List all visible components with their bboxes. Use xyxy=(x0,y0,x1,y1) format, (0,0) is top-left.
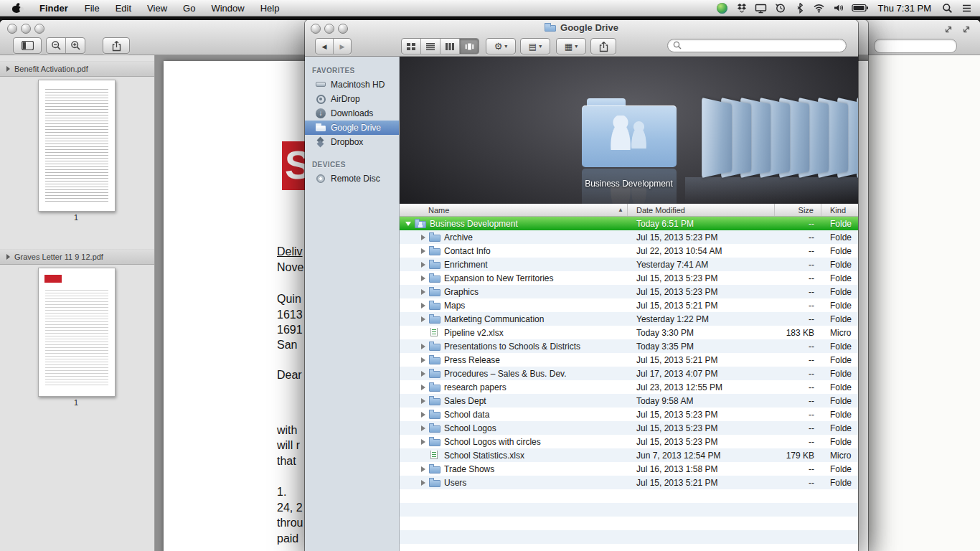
disclosure-triangle-icon[interactable] xyxy=(421,357,425,363)
finder-search-input[interactable] xyxy=(667,39,847,52)
column-view-button[interactable] xyxy=(440,39,460,54)
disclosure-triangle-icon[interactable] xyxy=(6,254,10,260)
disclosure-triangle-icon[interactable] xyxy=(405,222,411,226)
menu-item[interactable]: Go xyxy=(175,3,203,14)
forward-button[interactable]: ▶ xyxy=(334,39,351,54)
time-machine-icon[interactable] xyxy=(774,1,787,14)
volume-icon[interactable] xyxy=(832,1,845,14)
dropbox-icon[interactable] xyxy=(735,1,748,14)
sidebar-item[interactable]: Downloads xyxy=(305,106,399,121)
minimize-button[interactable] xyxy=(21,24,31,34)
coverflow-view-button[interactable] xyxy=(460,39,479,54)
column-header-size[interactable]: Size xyxy=(775,204,821,216)
column-header-name[interactable]: Name▲ xyxy=(400,204,628,216)
file-row[interactable]: Expansion to New Territories Jul 15, 201… xyxy=(400,271,858,285)
file-row[interactable]: Trade Shows Jul 16, 2013 1:58 PM -- Fold… xyxy=(400,462,858,476)
disclosure-triangle-icon[interactable] xyxy=(421,262,425,268)
coverflow-focused-folder-icon[interactable] xyxy=(582,98,677,167)
sidebar-item[interactable]: Google Drive xyxy=(305,121,399,135)
share-button[interactable] xyxy=(103,37,130,54)
disclosure-triangle-icon[interactable] xyxy=(421,276,425,281)
back-button[interactable]: ◀ xyxy=(316,39,334,54)
options-menu-button[interactable]: ▦▾ xyxy=(556,38,586,55)
disclosure-triangle-icon[interactable] xyxy=(421,248,425,254)
display-icon[interactable] xyxy=(755,1,768,14)
background-window-titlebar[interactable] xyxy=(858,20,980,55)
file-row[interactable]: Procedures – Sales & Bus. Dev. Jul 17, 2… xyxy=(400,367,858,380)
disclosure-triangle-icon[interactable] xyxy=(421,316,425,322)
zoom-button[interactable] xyxy=(338,24,348,34)
disclosure-triangle-icon[interactable] xyxy=(6,66,10,72)
file-row[interactable]: Enrichment Yesterday 7:41 AM -- Folde xyxy=(400,258,858,271)
wifi-icon[interactable] xyxy=(813,1,826,14)
disclosure-triangle-icon[interactable] xyxy=(421,480,425,486)
notification-center-icon[interactable] xyxy=(960,1,973,14)
menu-item[interactable]: File xyxy=(77,3,108,14)
file-row[interactable]: Marketing Communication Yesterday 1:22 P… xyxy=(400,312,858,326)
file-row[interactable]: Pipeline v2.xlsx Today 3:30 PM 183 KB Mi… xyxy=(400,326,858,339)
action-menu-button[interactable]: ⚙▾ xyxy=(486,38,516,55)
pdf-section-header[interactable]: Benefit Activation.pdf xyxy=(0,61,154,77)
page-thumbnail[interactable] xyxy=(38,80,116,212)
menu-bar-clock[interactable]: Thu 7:31 PM xyxy=(875,3,934,14)
spotlight-icon[interactable] xyxy=(941,1,953,14)
icon-view-button[interactable] xyxy=(402,39,421,54)
sidebar-item[interactable]: Remote Disc xyxy=(305,171,399,186)
disclosure-triangle-icon[interactable] xyxy=(421,412,425,418)
sidebar-toggle-button[interactable] xyxy=(13,37,42,54)
menu-item[interactable]: Window xyxy=(203,3,252,14)
sidebar-item[interactable]: Macintosh HD xyxy=(305,77,399,92)
zoom-out-button[interactable] xyxy=(47,38,66,53)
list-view-button[interactable] xyxy=(421,39,440,54)
disclosure-triangle-icon[interactable] xyxy=(421,371,425,377)
file-row[interactable]: research papers Jul 23, 2013 12:55 PM --… xyxy=(400,380,858,394)
disclosure-triangle-icon[interactable] xyxy=(421,455,425,456)
close-button[interactable] xyxy=(311,24,321,34)
file-row[interactable]: Business Development Today 6:51 PM -- Fo… xyxy=(400,217,858,230)
disclosure-triangle-icon[interactable] xyxy=(421,303,425,309)
disclosure-triangle-icon[interactable] xyxy=(421,425,425,431)
folder-proxy-icon[interactable] xyxy=(545,23,556,32)
sidebar-item[interactable]: Dropbox xyxy=(305,135,399,149)
sidebar-item[interactable]: AirDrop xyxy=(305,92,399,106)
file-row[interactable]: Maps Jul 15, 2013 5:21 PM -- Folde xyxy=(400,298,858,312)
disclosure-triangle-icon[interactable] xyxy=(421,385,425,390)
coverflow-stacked-folder[interactable] xyxy=(702,98,732,178)
file-row[interactable]: Sales Dept Today 9:58 AM -- Folde xyxy=(400,394,858,408)
pdf-section-header[interactable]: Graves Letter 11 9 12.pdf xyxy=(0,249,154,265)
share-button[interactable] xyxy=(590,38,616,55)
app-menu-finder[interactable]: Finder xyxy=(31,3,77,14)
file-row[interactable]: Graphics Jul 15, 2013 5:23 PM -- Folde xyxy=(400,285,858,298)
background-search-field[interactable] xyxy=(874,39,957,53)
file-row[interactable]: Users Jul 15, 2013 5:21 PM -- Folde xyxy=(400,476,858,489)
column-header-kind[interactable]: Kind xyxy=(821,204,858,216)
arrange-menu-button[interactable]: ▤▾ xyxy=(520,38,550,55)
file-row[interactable]: Press Release Jul 15, 2013 5:21 PM -- Fo… xyxy=(400,353,858,367)
apple-menu[interactable] xyxy=(0,3,31,14)
zoom-in-button[interactable] xyxy=(66,38,85,53)
file-row[interactable]: Presentations to Schools & Districts Tod… xyxy=(400,339,858,353)
disclosure-triangle-icon[interactable] xyxy=(421,398,425,404)
file-row[interactable]: School Logos with circles Jul 15, 2013 5… xyxy=(400,435,858,448)
expand-diagonal-icon[interactable] xyxy=(943,24,953,34)
column-header-date-modified[interactable]: Date Modified xyxy=(628,204,775,216)
disclosure-triangle-icon[interactable] xyxy=(421,344,425,349)
finder-titlebar[interactable]: Google Drive ◀ ▶ xyxy=(305,20,858,57)
close-button[interactable] xyxy=(7,24,17,34)
disclosure-triangle-icon[interactable] xyxy=(421,235,425,240)
disclosure-triangle-icon[interactable] xyxy=(421,332,425,333)
file-row[interactable]: School Statistics.xlsx Jun 7, 2013 12:54… xyxy=(400,448,858,462)
menu-item[interactable]: Edit xyxy=(108,3,139,14)
page-thumbnail[interactable] xyxy=(38,268,116,397)
bluetooth-icon[interactable] xyxy=(793,1,806,14)
file-row[interactable]: Archive Jul 15, 2013 5:23 PM -- Folde xyxy=(400,230,858,244)
disclosure-triangle-icon[interactable] xyxy=(421,466,425,472)
disclosure-triangle-icon[interactable] xyxy=(421,289,425,295)
menu-item[interactable]: Help xyxy=(253,3,288,14)
zoom-button[interactable] xyxy=(34,24,44,34)
expand-diagonal-icon[interactable] xyxy=(961,24,971,34)
file-row[interactable]: School Logos Jul 15, 2013 5:23 PM -- Fol… xyxy=(400,421,858,435)
minimize-button[interactable] xyxy=(324,24,334,34)
file-row[interactable]: Contact Info Jul 22, 2013 10:54 AM -- Fo… xyxy=(400,244,858,258)
status-app-icon[interactable] xyxy=(716,1,729,14)
